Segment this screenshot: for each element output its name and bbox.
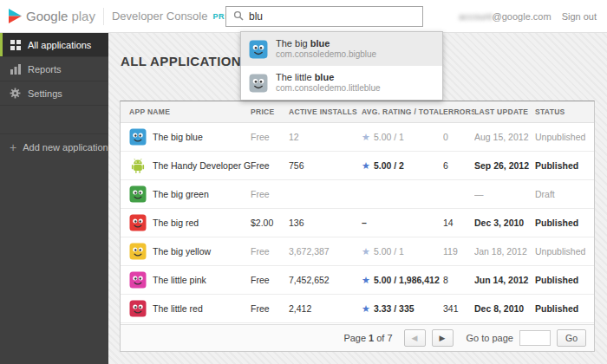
app-icon [129, 300, 147, 317]
last-update: Dec 8, 2010 [474, 303, 535, 314]
column-header-app-name[interactable]: APP NAME [129, 107, 251, 116]
star-icon: ★ [362, 304, 370, 314]
go-button[interactable]: Go [557, 329, 586, 347]
sidebar-nav: All applications Reports Settings [0, 33, 108, 106]
pagination-bar: Page1of7 ◀ ▶ Go to page Go [121, 324, 594, 351]
suggestion-package: com.consoledemo.littleblue [276, 83, 381, 94]
app-icon [129, 243, 147, 260]
column-header-last-update[interactable]: LAST UPDATE [474, 107, 535, 116]
play-triangle-icon [9, 9, 22, 23]
previous-page-button[interactable]: ◀ [404, 329, 426, 347]
avg-rating: ★5.00 / 1 [362, 132, 443, 142]
app-name-link[interactable]: The little red [153, 303, 203, 314]
next-page-button[interactable]: ▶ [432, 329, 454, 347]
app-name-link[interactable]: The big green [153, 189, 209, 199]
app-price: Free [251, 160, 289, 171]
applications-table: APP NAMEPRICEACTIVE INSTALLSAVG. RATING … [120, 101, 595, 352]
suggestion-item[interactable]: The big blue com.consoledemo.bigblue [241, 32, 442, 66]
page-title: ALL APPLICATIONS [121, 54, 250, 68]
avg-rating: ★5.00 / 1,986,412 [362, 275, 443, 285]
active-installs: 2,412 [289, 303, 362, 314]
search-box[interactable] [225, 6, 423, 27]
go-to-page-input[interactable] [519, 330, 551, 346]
table-row[interactable]: The little red Free 2,412 ★3.33 / 335 34… [121, 295, 594, 323]
table-header-row: APP NAMEPRICEACTIVE INSTALLSAVG. RATING … [121, 101, 594, 123]
add-new-application-label: Add new application [23, 142, 108, 153]
logo-text-play: play [71, 9, 95, 23]
add-new-application-button[interactable]: + Add new application [0, 133, 108, 159]
star-icon: ★ [362, 161, 370, 171]
errors-count: 119 [443, 246, 474, 257]
column-header-errors[interactable]: ERRORS [443, 107, 474, 116]
column-header-status[interactable]: STATUS [535, 107, 585, 116]
search-suggestions: The big blue com.consoledemo.bigblue The… [240, 31, 443, 101]
sidebar-item-reports[interactable]: Reports [0, 57, 108, 81]
table-row[interactable]: The little pink Free 7,452,652 ★5.00 / 1… [121, 266, 594, 295]
table-row[interactable]: The big red $2.00 136 – 14 Dec 3, 2010 P… [121, 209, 594, 237]
sidebar-item-label: Reports [28, 64, 62, 75]
account-email: account@google.com [459, 11, 552, 22]
sidebar-item-all-applications[interactable]: All applications [0, 33, 108, 57]
last-update: — [474, 189, 535, 199]
last-update: Jan 18, 2012 [474, 246, 535, 257]
top-header: Google play Developer Console PREVIEW ac… [0, 0, 607, 33]
sidebar: All applications Reports Settings + Add … [0, 33, 108, 364]
status-label: Published [535, 160, 585, 171]
column-header-avg-rating-total[interactable]: AVG. RATING / TOTAL [362, 107, 443, 116]
grid-icon [10, 39, 21, 50]
previous-arrow-icon: ◀ [412, 334, 418, 342]
status-label: Draft [535, 189, 585, 199]
status-label: Unpublished [535, 246, 585, 257]
console-title: Developer Console [112, 10, 208, 23]
table-row[interactable]: The Handy Developer Guide Free 756 ★5.00… [121, 152, 594, 180]
status-label: Published [535, 218, 585, 228]
active-installs: 3,672,387 [289, 246, 362, 257]
app-icon [129, 271, 147, 289]
status-label: Published [535, 303, 585, 314]
last-update: Dec 3, 2010 [474, 218, 535, 228]
sidebar-item-settings[interactable]: Settings [0, 81, 108, 106]
star-icon: ★ [362, 133, 370, 142]
logo-text-google: Google [26, 9, 68, 23]
suggestion-item[interactable]: The little blue com.consoledemo.littlebl… [241, 66, 442, 100]
app-price: Free [251, 132, 289, 142]
app-name-link[interactable]: The big blue [153, 132, 203, 142]
star-icon: ★ [362, 276, 370, 285]
app-icon [129, 128, 147, 146]
suggestion-name: The little blue [276, 72, 381, 83]
errors-count: 0 [443, 132, 474, 142]
app-name-link[interactable]: The big yellow [153, 246, 211, 257]
plus-icon: + [10, 141, 16, 153]
app-price: Free [251, 303, 289, 314]
errors-count: 14 [443, 218, 474, 228]
app-name-link[interactable]: The big red [153, 218, 199, 228]
developer-console-window: Google play Developer Console PREVIEW ac… [0, 0, 607, 364]
column-header-price[interactable]: PRICE [251, 107, 289, 116]
app-price: Free [251, 275, 289, 285]
last-update: Aug 15, 2012 [474, 132, 535, 142]
reports-icon [10, 63, 21, 75]
app-name-link[interactable]: The little pink [153, 275, 206, 285]
app-name-link[interactable]: The Handy Developer Guide [153, 160, 251, 171]
next-arrow-icon: ▶ [440, 334, 446, 342]
app-icon [129, 185, 147, 203]
active-installs: 7,452,652 [289, 275, 362, 285]
table-row[interactable]: The big yellow Free 3,672,387 ★5.00 / 1 … [121, 237, 594, 266]
star-icon: ★ [362, 247, 370, 257]
sidebar-item-label: All applications [28, 40, 91, 50]
page-indicator: Page1of7 [343, 333, 392, 343]
last-update: Sep 26, 2012 [474, 160, 535, 171]
google-play-logo[interactable]: Google play [0, 9, 103, 23]
active-installs: 12 [289, 132, 362, 142]
search-input[interactable] [249, 10, 401, 23]
sign-out-link[interactable]: Sign out [562, 11, 597, 22]
column-header-active-installs[interactable]: ACTIVE INSTALLS [289, 107, 362, 116]
avg-rating: ★5.00 / 2 [362, 160, 443, 171]
errors-count: 341 [443, 303, 474, 314]
app-price: Free [251, 246, 289, 257]
table-row[interactable]: The big green Free — Draft [121, 180, 594, 209]
app-icon [249, 40, 268, 59]
errors-count: 6 [443, 160, 474, 171]
table-row[interactable]: The big blue Free 12 ★5.00 / 1 0 Aug 15,… [121, 123, 594, 152]
search-icon [233, 9, 244, 24]
